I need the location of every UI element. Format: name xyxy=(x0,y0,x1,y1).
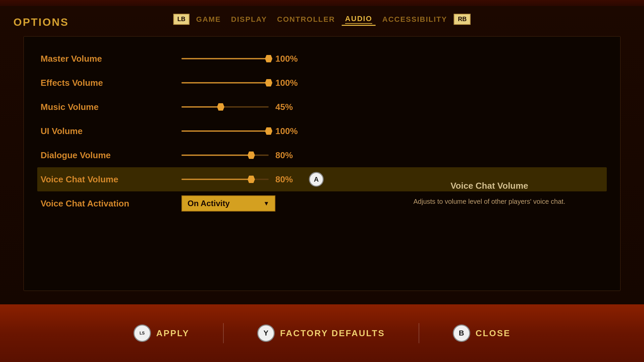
ui-volume-fill xyxy=(181,130,269,132)
setting-row-music-volume: Music Volume 45% xyxy=(37,95,607,119)
effects-volume-fill xyxy=(181,82,269,83)
voice-chat-volume-thumb xyxy=(248,176,255,183)
music-volume-thumb xyxy=(217,103,224,111)
ui-volume-track[interactable] xyxy=(181,130,269,132)
music-volume-label: Music Volume xyxy=(41,102,181,112)
voice-chat-volume-fill xyxy=(181,179,251,180)
music-volume-track[interactable] xyxy=(181,106,269,108)
tab-game[interactable]: GAME xyxy=(193,13,224,25)
settings-panel: Master Volume 100% Effects Volume 100% xyxy=(23,36,621,291)
lb-button[interactable]: LB xyxy=(173,14,190,25)
dialogue-volume-track[interactable] xyxy=(181,155,269,156)
master-volume-slider-container: 100% xyxy=(181,54,603,64)
music-volume-fill xyxy=(181,106,221,108)
setting-row-dialogue-volume: Dialogue Volume 80% xyxy=(37,143,607,167)
ui-volume-thumb xyxy=(265,127,272,135)
voice-chat-activation-label: Voice Chat Activation xyxy=(41,198,181,209)
close-label: CLOSE xyxy=(476,328,511,339)
apply-label: APPLY xyxy=(156,328,190,339)
nav-tabs: LB GAME DISPLAY CONTROLLER AUDIO ACCESSI… xyxy=(173,13,471,26)
chevron-down-icon: ▼ xyxy=(263,200,269,207)
rb-button[interactable]: RB xyxy=(454,14,471,25)
master-volume-track[interactable] xyxy=(181,58,269,59)
dialogue-volume-value: 80% xyxy=(275,150,299,161)
a-button-indicator: A xyxy=(309,172,324,187)
dialogue-volume-slider-container: 80% xyxy=(181,150,603,161)
voice-chat-volume-value: 80% xyxy=(275,174,299,185)
page-title: OPTIONS xyxy=(13,16,69,28)
ui-volume-label: UI Volume xyxy=(41,126,181,136)
master-volume-fill xyxy=(181,58,269,59)
y-button: Y xyxy=(257,324,275,342)
factory-defaults-action[interactable]: Y FACTORY DEFAULTS xyxy=(257,324,385,342)
effects-volume-value: 100% xyxy=(275,78,299,88)
close-action[interactable]: B CLOSE xyxy=(453,324,511,342)
master-volume-label: Master Volume xyxy=(41,54,181,64)
tab-display[interactable]: DISPLAY xyxy=(228,13,270,25)
info-title: Voice Chat Volume xyxy=(406,181,573,191)
divider-1 xyxy=(223,323,224,343)
music-volume-slider-container: 45% xyxy=(181,102,603,112)
ui-volume-slider-container: 100% xyxy=(181,126,603,136)
setting-row-voice-chat-activation: Voice Chat Activation On Activity ▼ xyxy=(37,191,607,216)
top-bar xyxy=(0,0,644,6)
master-volume-thumb xyxy=(265,55,272,62)
effects-volume-thumb xyxy=(265,79,272,86)
main-area: OPTIONS LB GAME DISPLAY CONTROLLER AUDIO… xyxy=(0,6,644,304)
dialogue-volume-thumb xyxy=(248,152,255,159)
factory-defaults-label: FACTORY DEFAULTS xyxy=(280,328,385,339)
apply-action[interactable]: LS APPLY xyxy=(133,324,190,342)
voice-chat-activation-dropdown[interactable]: On Activity ▼ xyxy=(181,195,275,212)
tab-accessibility[interactable]: ACCESSIBILITY xyxy=(379,13,450,25)
tab-controller[interactable]: CONTROLLER xyxy=(274,13,338,25)
music-volume-value: 45% xyxy=(275,102,299,112)
ls-button: LS xyxy=(133,324,151,342)
b-button: B xyxy=(453,324,470,342)
effects-volume-slider-container: 100% xyxy=(181,78,603,88)
dialogue-volume-fill xyxy=(181,155,251,156)
voice-chat-volume-track[interactable] xyxy=(181,179,269,180)
effects-volume-track[interactable] xyxy=(181,82,269,83)
effects-volume-label: Effects Volume xyxy=(41,78,181,88)
voice-chat-volume-label: Voice Chat Volume xyxy=(41,174,181,185)
divider-2 xyxy=(419,323,419,343)
master-volume-value: 100% xyxy=(275,54,299,64)
dropdown-value: On Activity xyxy=(187,199,230,208)
setting-row-ui-volume: UI Volume 100% xyxy=(37,119,607,143)
setting-row-effects-volume: Effects Volume 100% xyxy=(37,71,607,95)
tab-audio[interactable]: AUDIO xyxy=(342,13,376,26)
bottom-bar: LS APPLY Y FACTORY DEFAULTS B CLOSE xyxy=(0,304,644,362)
dialogue-volume-label: Dialogue Volume xyxy=(41,150,181,161)
ui-volume-value: 100% xyxy=(275,126,299,136)
setting-row-master-volume: Master Volume 100% xyxy=(37,47,607,71)
setting-row-voice-chat-volume: Voice Chat Volume 80% A Voice Chat Volum… xyxy=(37,167,607,191)
